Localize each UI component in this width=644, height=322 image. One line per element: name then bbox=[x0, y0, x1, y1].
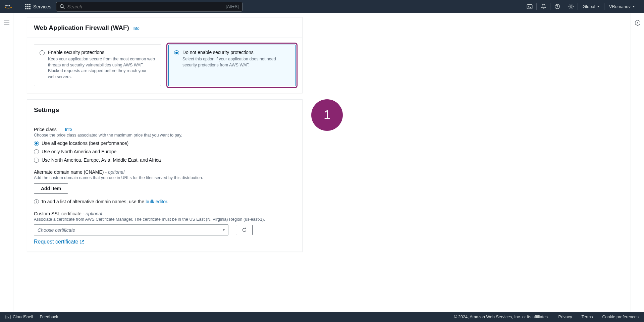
ssl-certificate-select[interactable]: Choose certificate bbox=[34, 224, 228, 235]
ssl-label: Custom SSL certificate - optional bbox=[34, 211, 296, 216]
price-class-option-all[interactable]: Use all edge locations (best performance… bbox=[34, 140, 296, 146]
svg-rect-5 bbox=[27, 6, 29, 7]
waf-option-disable-title: Do not enable security protections bbox=[182, 50, 290, 55]
search-shortcut-hint: [Alt+S] bbox=[226, 4, 239, 9]
sidebar-collapsed bbox=[0, 13, 13, 312]
waf-option-cards: Enable security protections Keep your ap… bbox=[34, 45, 296, 86]
svg-rect-8 bbox=[27, 8, 29, 9]
cookie-preferences-link[interactable]: Cookie preferences bbox=[602, 315, 639, 319]
terminal-icon bbox=[527, 4, 533, 10]
price-class-desc: Choose the price class associated with t… bbox=[34, 133, 296, 138]
bell-icon bbox=[541, 4, 546, 9]
price-class-label: Price class bbox=[34, 127, 57, 132]
region-label: Global bbox=[583, 4, 595, 9]
caret-down-icon bbox=[223, 229, 225, 231]
aws-logo-icon: aws bbox=[5, 3, 17, 10]
ssl-field: Custom SSL certificate - optional Associ… bbox=[34, 211, 296, 245]
caret-down-icon bbox=[597, 6, 599, 7]
radio-off-icon bbox=[34, 149, 39, 154]
add-item-button[interactable]: Add item bbox=[34, 183, 68, 194]
terminal-icon bbox=[5, 314, 11, 320]
search-input[interactable] bbox=[67, 4, 226, 9]
cname-field: Alternate domain name (CNAME) - optional… bbox=[34, 169, 296, 204]
svg-rect-12 bbox=[527, 4, 532, 9]
svg-rect-23 bbox=[6, 315, 10, 319]
svg-text:aws: aws bbox=[5, 3, 10, 7]
radio-off-icon bbox=[40, 50, 45, 55]
bulk-editor-link[interactable]: bulk editor bbox=[146, 199, 167, 204]
svg-line-22 bbox=[82, 240, 84, 242]
info-panel-icon[interactable] bbox=[635, 20, 641, 26]
settings-button[interactable] bbox=[564, 0, 578, 13]
settings-panel: Settings Price class Info Choose the pri… bbox=[27, 99, 303, 252]
footer: CloudShell Feedback © 2024, Amazon Web S… bbox=[0, 312, 644, 322]
gear-icon bbox=[568, 4, 574, 9]
price-class-label-row: Price class Info bbox=[34, 127, 296, 132]
refresh-certificates-button[interactable] bbox=[236, 225, 253, 235]
ssl-select-row: Choose certificate bbox=[34, 224, 296, 235]
feedback-link[interactable]: Feedback bbox=[40, 315, 58, 319]
terms-link[interactable]: Terms bbox=[582, 315, 593, 319]
radio-on-icon bbox=[34, 141, 39, 146]
svg-rect-6 bbox=[29, 6, 31, 7]
waf-panel: Web Application Firewall (WAF) Info Enab… bbox=[27, 17, 303, 93]
user-label: VRomanov bbox=[609, 4, 631, 9]
user-menu[interactable]: VRomanov bbox=[604, 4, 639, 9]
main-content: Web Application Firewall (WAF) Info Enab… bbox=[13, 13, 631, 312]
request-certificate-link[interactable]: Request certificate bbox=[34, 239, 84, 245]
waf-option-enable[interactable]: Enable security protections Keep your ap… bbox=[34, 45, 161, 86]
price-class-option-na-eu[interactable]: Use only North America and Europe bbox=[34, 149, 296, 154]
services-menu-button[interactable]: Services bbox=[25, 4, 51, 9]
waf-title: Web Application Firewall (WAF) bbox=[34, 24, 129, 32]
svg-rect-9 bbox=[29, 8, 31, 9]
caret-down-icon bbox=[633, 6, 635, 7]
grid-icon bbox=[25, 4, 31, 9]
svg-point-10 bbox=[60, 4, 63, 7]
info-icon: i bbox=[34, 199, 39, 204]
cloudshell-button[interactable]: CloudShell bbox=[5, 314, 33, 320]
waf-option-enable-desc: Keep your application secure from the mo… bbox=[48, 56, 155, 80]
svg-line-11 bbox=[63, 7, 64, 9]
search-box[interactable]: [Alt+S] bbox=[56, 2, 243, 12]
bulk-editor-hint: i To add a list of alternative domain na… bbox=[34, 199, 296, 204]
refresh-icon bbox=[241, 227, 247, 233]
price-class-option-multi-label: Use North America, Europe, Asia, Middle … bbox=[42, 157, 161, 163]
notifications-button[interactable] bbox=[537, 0, 550, 13]
waf-option-enable-title: Enable security protections bbox=[48, 50, 155, 55]
privacy-link[interactable]: Privacy bbox=[558, 315, 572, 319]
price-class-field: Price class Info Choose the price class … bbox=[34, 127, 296, 163]
annotation-badge: 1 bbox=[311, 99, 343, 131]
price-class-info-link[interactable]: Info bbox=[65, 127, 72, 132]
top-nav: aws Services [Alt+S] bbox=[0, 0, 644, 13]
cname-label: Alternate domain name (CNAME) - optional bbox=[34, 169, 296, 175]
waf-panel-body: Enable security protections Keep your ap… bbox=[27, 38, 302, 93]
cname-desc: Add the custom domain names that you use… bbox=[34, 175, 296, 180]
hamburger-icon[interactable] bbox=[4, 20, 9, 24]
waf-option-disable-desc: Select this option if your application d… bbox=[182, 56, 290, 68]
waf-info-link[interactable]: Info bbox=[132, 26, 140, 31]
waf-panel-header: Web Application Firewall (WAF) Info bbox=[27, 17, 302, 38]
svg-rect-1 bbox=[25, 4, 26, 5]
external-link-icon bbox=[80, 240, 84, 244]
services-label: Services bbox=[33, 4, 51, 9]
waf-option-disable[interactable]: Do not enable security protections Selec… bbox=[168, 45, 296, 86]
svg-rect-3 bbox=[29, 4, 31, 5]
help-icon bbox=[554, 4, 560, 9]
svg-point-15 bbox=[557, 8, 557, 8]
footer-left: CloudShell Feedback bbox=[5, 314, 58, 320]
help-panel-collapsed bbox=[631, 13, 644, 312]
radio-on-icon bbox=[174, 50, 179, 55]
price-class-option-multi[interactable]: Use North America, Europe, Asia, Middle … bbox=[34, 157, 296, 163]
nav-right: Global VRomanov bbox=[523, 0, 639, 13]
cloudshell-icon-button[interactable] bbox=[523, 0, 536, 13]
radio-off-icon bbox=[34, 158, 39, 163]
region-selector[interactable]: Global bbox=[578, 4, 604, 9]
search-icon bbox=[60, 4, 65, 9]
svg-point-16 bbox=[570, 6, 572, 7]
aws-logo[interactable]: aws bbox=[5, 3, 17, 10]
svg-rect-4 bbox=[25, 6, 26, 7]
svg-rect-7 bbox=[25, 8, 26, 9]
help-button[interactable] bbox=[550, 0, 564, 13]
price-class-options: Use all edge locations (best performance… bbox=[34, 140, 296, 163]
svg-rect-2 bbox=[27, 4, 29, 5]
